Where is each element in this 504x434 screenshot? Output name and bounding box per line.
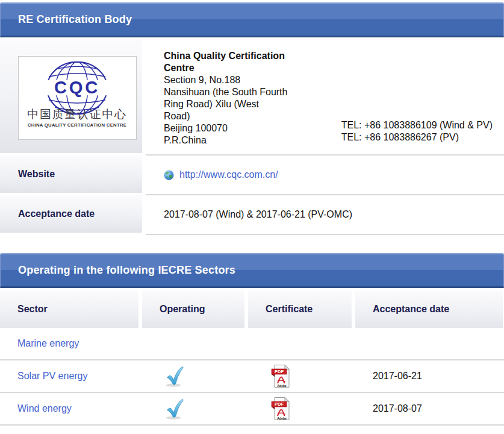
addr-line: Nansihuan (the South Fourth: [164, 86, 504, 98]
operating-cell: [142, 360, 244, 392]
certificate-pdf-icon[interactable]: PDF Adobe: [270, 397, 291, 421]
operating-cell: [142, 393, 244, 424]
sector-row: Wind energy: [0, 393, 504, 426]
sector-row: Solar PV energy: [0, 360, 504, 393]
website-row: Website: [0, 156, 504, 195]
page: RE Certification Body CQC 中国质量认证: [0, 0, 504, 426]
section2-header: Operating in the following IECRE Sectors: [0, 253, 504, 288]
sector-table: Sector Operating Certificate Acceptance …: [0, 291, 504, 426]
acceptance-date-cell-wrap: [355, 328, 503, 359]
org-details-cell: China Quality CertificationCentre Sectio…: [146, 40, 504, 156]
sector-link[interactable]: Marine energy: [17, 338, 79, 349]
acceptance-label: Acceptance date: [0, 195, 142, 233]
sector-table-head: Sector Operating Certificate Acceptance …: [0, 291, 504, 328]
acceptance-value: 2017-08-07 (Wind) & 2017-06-21 (PV-OMC): [164, 209, 352, 220]
column-header-sector: Sector: [0, 291, 138, 328]
addr-line: Ring Road) Xilu (West: [164, 98, 504, 110]
operating-check-icon: [164, 398, 184, 420]
acceptance-value-cell: 2017-08-07 (Wind) & 2017-06-21 (PV-OMC): [146, 195, 504, 235]
acceptance-date-cell: 2017-08-07: [373, 403, 422, 414]
sector-link[interactable]: Wind energy: [17, 403, 72, 414]
certificate-cell: PDF Adobe: [248, 360, 352, 392]
sector-link[interactable]: Solar PV energy: [17, 371, 88, 382]
cqc-logo-graphic: CQC 中国质量认证中心 CHINA QUALITY CERTIFICATION…: [22, 60, 133, 136]
cqc-monogram: CQC: [54, 78, 100, 97]
sector-row: Marine energy: [0, 328, 504, 360]
website-value-cell: http://www.cqc.com.cn/: [146, 156, 504, 195]
org-name-line: Centre: [164, 62, 504, 74]
svg-text:Adobe: Adobe: [277, 384, 287, 388]
column-header-operating: Operating: [142, 291, 244, 328]
certificate-cell: PDF Adobe: [248, 393, 352, 424]
sector-cell: Wind energy: [0, 393, 138, 424]
sector-table-body: Marine energy Solar PV energy: [0, 328, 504, 426]
svg-text:PDF: PDF: [275, 369, 284, 374]
section1-header: RE Certification Body: [0, 2, 504, 37]
addr-line: Section 9, No.188: [164, 74, 504, 86]
globe-icon: [164, 170, 174, 180]
section2-title: Operating in the following IECRE Sectors: [18, 264, 235, 277]
cqc-english-name: CHINA QUALITY CERTIFICATION CENTRE: [28, 122, 126, 128]
org-name-line: China Quality Certification: [164, 50, 504, 62]
sector-cell: Marine energy: [0, 328, 138, 359]
section1-title: RE Certification Body: [18, 13, 132, 26]
tel-line: TEL: +86 1083886267 (PV): [341, 131, 493, 143]
website-label: Website: [0, 156, 142, 193]
sector-cell: Solar PV energy: [0, 360, 138, 392]
acceptance-date-cell-wrap: 2017-06-21: [355, 360, 503, 392]
certificate-cell: [248, 328, 352, 359]
cqc-logo: CQC 中国质量认证中心 CHINA QUALITY CERTIFICATION…: [18, 56, 137, 140]
column-header-acceptance-date: Acceptance date: [355, 291, 503, 328]
org-row: CQC 中国质量认证中心 CHINA QUALITY CERTIFICATION…: [0, 40, 504, 156]
svg-text:Adobe: Adobe: [277, 417, 287, 420]
column-header-certificate: Certificate: [248, 291, 352, 328]
acceptance-date-cell-wrap: 2017-08-07: [355, 393, 503, 424]
operating-check-icon: [164, 365, 184, 388]
org-name: China Quality CertificationCentre: [164, 50, 504, 74]
logo-cell: CQC 中国质量认证中心 CHINA QUALITY CERTIFICATION…: [0, 40, 142, 153]
acceptance-date-cell: 2017-06-21: [373, 371, 422, 382]
acceptance-row: Acceptance date 2017-08-07 (Wind) & 2017…: [0, 195, 504, 235]
operating-cell: [142, 328, 244, 359]
certificate-pdf-icon[interactable]: PDF Adobe: [270, 364, 291, 388]
certification-body-table: CQC 中国质量认证中心 CHINA QUALITY CERTIFICATION…: [0, 40, 504, 235]
org-phones: TEL: +86 1083886109 (Wind & PV)TEL: +86 …: [341, 119, 493, 143]
cqc-chinese-name: 中国质量认证中心: [27, 108, 126, 121]
svg-text:PDF: PDF: [275, 401, 284, 407]
tel-line: TEL: +86 1083886109 (Wind & PV): [341, 119, 493, 131]
website-link[interactable]: http://www.cqc.com.cn/: [179, 169, 278, 180]
